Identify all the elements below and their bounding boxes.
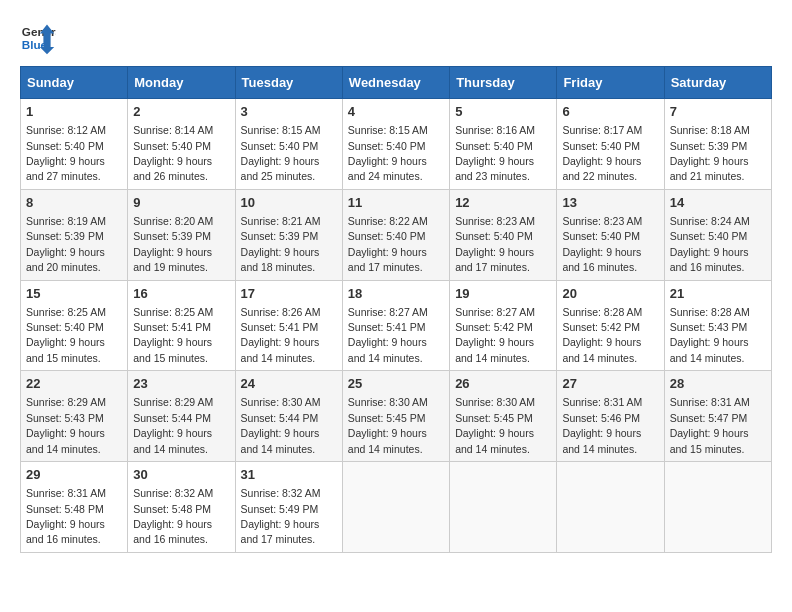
day-number: 27 xyxy=(562,375,658,393)
calendar-cell: 4Sunrise: 8:15 AMSunset: 5:40 PMDaylight… xyxy=(342,99,449,190)
calendar-cell: 5Sunrise: 8:16 AMSunset: 5:40 PMDaylight… xyxy=(450,99,557,190)
day-info: Sunrise: 8:31 AMSunset: 5:48 PMDaylight:… xyxy=(26,487,106,545)
calendar-cell: 25Sunrise: 8:30 AMSunset: 5:45 PMDayligh… xyxy=(342,371,449,462)
calendar-cell: 17Sunrise: 8:26 AMSunset: 5:41 PMDayligh… xyxy=(235,280,342,371)
calendar-cell xyxy=(664,462,771,553)
day-number: 8 xyxy=(26,194,122,212)
calendar-cell: 23Sunrise: 8:29 AMSunset: 5:44 PMDayligh… xyxy=(128,371,235,462)
day-info: Sunrise: 8:28 AMSunset: 5:42 PMDaylight:… xyxy=(562,306,642,364)
day-info: Sunrise: 8:16 AMSunset: 5:40 PMDaylight:… xyxy=(455,124,535,182)
day-number: 23 xyxy=(133,375,229,393)
day-number: 21 xyxy=(670,285,766,303)
day-info: Sunrise: 8:17 AMSunset: 5:40 PMDaylight:… xyxy=(562,124,642,182)
calendar-cell xyxy=(557,462,664,553)
calendar-cell: 10Sunrise: 8:21 AMSunset: 5:39 PMDayligh… xyxy=(235,189,342,280)
day-info: Sunrise: 8:26 AMSunset: 5:41 PMDaylight:… xyxy=(241,306,321,364)
day-info: Sunrise: 8:23 AMSunset: 5:40 PMDaylight:… xyxy=(455,215,535,273)
day-number: 15 xyxy=(26,285,122,303)
day-info: Sunrise: 8:25 AMSunset: 5:41 PMDaylight:… xyxy=(133,306,213,364)
day-number: 12 xyxy=(455,194,551,212)
day-number: 13 xyxy=(562,194,658,212)
week-row-2: 8Sunrise: 8:19 AMSunset: 5:39 PMDaylight… xyxy=(21,189,772,280)
header-friday: Friday xyxy=(557,67,664,99)
day-number: 28 xyxy=(670,375,766,393)
day-number: 22 xyxy=(26,375,122,393)
day-info: Sunrise: 8:15 AMSunset: 5:40 PMDaylight:… xyxy=(241,124,321,182)
header-thursday: Thursday xyxy=(450,67,557,99)
calendar-header-row: SundayMondayTuesdayWednesdayThursdayFrid… xyxy=(21,67,772,99)
day-number: 4 xyxy=(348,103,444,121)
day-number: 2 xyxy=(133,103,229,121)
calendar-cell: 29Sunrise: 8:31 AMSunset: 5:48 PMDayligh… xyxy=(21,462,128,553)
calendar-cell: 27Sunrise: 8:31 AMSunset: 5:46 PMDayligh… xyxy=(557,371,664,462)
day-info: Sunrise: 8:28 AMSunset: 5:43 PMDaylight:… xyxy=(670,306,750,364)
logo: General Blue xyxy=(20,20,56,56)
day-info: Sunrise: 8:21 AMSunset: 5:39 PMDaylight:… xyxy=(241,215,321,273)
calendar-cell: 3Sunrise: 8:15 AMSunset: 5:40 PMDaylight… xyxy=(235,99,342,190)
day-number: 29 xyxy=(26,466,122,484)
day-number: 14 xyxy=(670,194,766,212)
day-number: 10 xyxy=(241,194,337,212)
header: General Blue xyxy=(20,20,772,56)
day-number: 17 xyxy=(241,285,337,303)
calendar-cell: 22Sunrise: 8:29 AMSunset: 5:43 PMDayligh… xyxy=(21,371,128,462)
calendar-cell: 13Sunrise: 8:23 AMSunset: 5:40 PMDayligh… xyxy=(557,189,664,280)
calendar-cell: 11Sunrise: 8:22 AMSunset: 5:40 PMDayligh… xyxy=(342,189,449,280)
day-info: Sunrise: 8:30 AMSunset: 5:45 PMDaylight:… xyxy=(455,396,535,454)
calendar-cell: 30Sunrise: 8:32 AMSunset: 5:48 PMDayligh… xyxy=(128,462,235,553)
day-info: Sunrise: 8:29 AMSunset: 5:43 PMDaylight:… xyxy=(26,396,106,454)
day-info: Sunrise: 8:24 AMSunset: 5:40 PMDaylight:… xyxy=(670,215,750,273)
day-number: 7 xyxy=(670,103,766,121)
calendar-cell: 28Sunrise: 8:31 AMSunset: 5:47 PMDayligh… xyxy=(664,371,771,462)
day-number: 3 xyxy=(241,103,337,121)
day-number: 31 xyxy=(241,466,337,484)
calendar-cell: 31Sunrise: 8:32 AMSunset: 5:49 PMDayligh… xyxy=(235,462,342,553)
calendar-cell: 8Sunrise: 8:19 AMSunset: 5:39 PMDaylight… xyxy=(21,189,128,280)
day-number: 26 xyxy=(455,375,551,393)
logo-icon: General Blue xyxy=(20,20,56,56)
calendar-cell xyxy=(450,462,557,553)
calendar-cell: 7Sunrise: 8:18 AMSunset: 5:39 PMDaylight… xyxy=(664,99,771,190)
calendar-table: SundayMondayTuesdayWednesdayThursdayFrid… xyxy=(20,66,772,553)
calendar-cell: 15Sunrise: 8:25 AMSunset: 5:40 PMDayligh… xyxy=(21,280,128,371)
calendar-cell: 14Sunrise: 8:24 AMSunset: 5:40 PMDayligh… xyxy=(664,189,771,280)
header-monday: Monday xyxy=(128,67,235,99)
header-tuesday: Tuesday xyxy=(235,67,342,99)
day-info: Sunrise: 8:20 AMSunset: 5:39 PMDaylight:… xyxy=(133,215,213,273)
week-row-1: 1Sunrise: 8:12 AMSunset: 5:40 PMDaylight… xyxy=(21,99,772,190)
week-row-4: 22Sunrise: 8:29 AMSunset: 5:43 PMDayligh… xyxy=(21,371,772,462)
day-info: Sunrise: 8:18 AMSunset: 5:39 PMDaylight:… xyxy=(670,124,750,182)
day-info: Sunrise: 8:29 AMSunset: 5:44 PMDaylight:… xyxy=(133,396,213,454)
day-info: Sunrise: 8:30 AMSunset: 5:45 PMDaylight:… xyxy=(348,396,428,454)
day-number: 11 xyxy=(348,194,444,212)
calendar-cell: 9Sunrise: 8:20 AMSunset: 5:39 PMDaylight… xyxy=(128,189,235,280)
calendar-cell: 2Sunrise: 8:14 AMSunset: 5:40 PMDaylight… xyxy=(128,99,235,190)
week-row-5: 29Sunrise: 8:31 AMSunset: 5:48 PMDayligh… xyxy=(21,462,772,553)
day-info: Sunrise: 8:31 AMSunset: 5:46 PMDaylight:… xyxy=(562,396,642,454)
calendar-cell: 26Sunrise: 8:30 AMSunset: 5:45 PMDayligh… xyxy=(450,371,557,462)
day-number: 5 xyxy=(455,103,551,121)
header-saturday: Saturday xyxy=(664,67,771,99)
day-info: Sunrise: 8:22 AMSunset: 5:40 PMDaylight:… xyxy=(348,215,428,273)
day-number: 24 xyxy=(241,375,337,393)
day-info: Sunrise: 8:30 AMSunset: 5:44 PMDaylight:… xyxy=(241,396,321,454)
calendar-cell: 12Sunrise: 8:23 AMSunset: 5:40 PMDayligh… xyxy=(450,189,557,280)
calendar-cell: 20Sunrise: 8:28 AMSunset: 5:42 PMDayligh… xyxy=(557,280,664,371)
calendar-cell: 21Sunrise: 8:28 AMSunset: 5:43 PMDayligh… xyxy=(664,280,771,371)
day-number: 9 xyxy=(133,194,229,212)
header-sunday: Sunday xyxy=(21,67,128,99)
calendar-cell: 6Sunrise: 8:17 AMSunset: 5:40 PMDaylight… xyxy=(557,99,664,190)
header-wednesday: Wednesday xyxy=(342,67,449,99)
day-info: Sunrise: 8:14 AMSunset: 5:40 PMDaylight:… xyxy=(133,124,213,182)
day-number: 1 xyxy=(26,103,122,121)
calendar-cell: 19Sunrise: 8:27 AMSunset: 5:42 PMDayligh… xyxy=(450,280,557,371)
day-info: Sunrise: 8:12 AMSunset: 5:40 PMDaylight:… xyxy=(26,124,106,182)
day-number: 6 xyxy=(562,103,658,121)
day-info: Sunrise: 8:31 AMSunset: 5:47 PMDaylight:… xyxy=(670,396,750,454)
day-info: Sunrise: 8:27 AMSunset: 5:42 PMDaylight:… xyxy=(455,306,535,364)
day-number: 25 xyxy=(348,375,444,393)
day-number: 18 xyxy=(348,285,444,303)
day-info: Sunrise: 8:15 AMSunset: 5:40 PMDaylight:… xyxy=(348,124,428,182)
day-number: 16 xyxy=(133,285,229,303)
day-info: Sunrise: 8:25 AMSunset: 5:40 PMDaylight:… xyxy=(26,306,106,364)
